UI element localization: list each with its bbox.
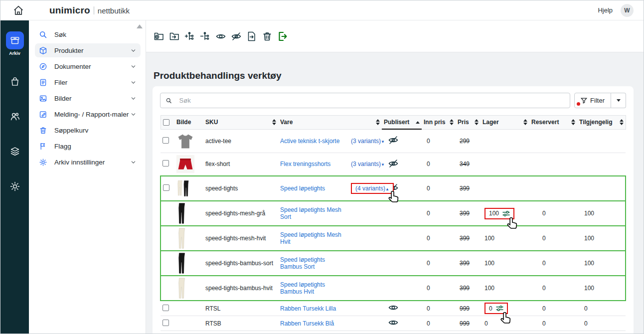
lager-value[interactable]: 100 bbox=[489, 210, 499, 217]
cell-publisert bbox=[382, 226, 422, 251]
cell-variants: (4 variants)▲ bbox=[349, 176, 382, 201]
product-link[interactable]: Speed løpetights Mesh Hvit bbox=[280, 231, 341, 245]
lager-value[interactable]: 0 bbox=[489, 305, 492, 312]
product-link[interactable]: Speed løpetights bbox=[280, 185, 325, 192]
variants-toggle[interactable]: (4 variants)▲ bbox=[355, 185, 389, 192]
sidebar-item-søk[interactable]: Søk bbox=[35, 27, 141, 41]
file-move-icon[interactable] bbox=[246, 31, 257, 42]
sliders-icon[interactable] bbox=[496, 305, 503, 312]
sidebar-item-søppelkurv[interactable]: Søppelkurv bbox=[35, 123, 141, 137]
column-label: Reservert bbox=[531, 119, 559, 126]
sidebar-scroll-up-icon[interactable] bbox=[137, 24, 143, 28]
row-checkbox[interactable] bbox=[162, 137, 169, 144]
trash-icon[interactable] bbox=[262, 31, 273, 42]
eye-icon[interactable] bbox=[388, 317, 399, 328]
cell-select[interactable] bbox=[161, 301, 174, 316]
rail-item-archive[interactable]: Arkiv bbox=[6, 31, 24, 56]
sidebar-item-arkiv-innstillinger[interactable]: Arkiv innstillinger bbox=[35, 155, 141, 169]
filter-button[interactable]: Filter bbox=[574, 93, 611, 108]
cell-lager: 100 bbox=[481, 276, 529, 301]
product-link[interactable]: Speed løpetights Bambus Sort bbox=[280, 256, 325, 270]
eye-off-icon[interactable] bbox=[231, 31, 242, 42]
product-link[interactable]: Flex treningsshorts bbox=[280, 161, 330, 167]
eye-off-icon[interactable] bbox=[388, 135, 399, 146]
sidebar-item-melding-rapport-maler[interactable]: Melding- / Rapport-maler bbox=[35, 107, 141, 121]
column-header-tilgjengelig[interactable]: Tilgjengelig bbox=[577, 116, 626, 130]
row-checkbox[interactable] bbox=[162, 160, 169, 167]
product-link[interactable]: Rabben Tursekk Blå bbox=[280, 320, 334, 327]
home-icon[interactable] bbox=[12, 4, 24, 16]
select-all-checkbox[interactable] bbox=[163, 119, 169, 126]
help-link[interactable]: Hjelp bbox=[598, 6, 613, 14]
cell-select[interactable] bbox=[161, 153, 174, 176]
variants-toggle[interactable]: (3 variants)▼ bbox=[351, 161, 385, 167]
column-header-pris[interactable]: Pris bbox=[456, 116, 481, 130]
column-label: Publisert bbox=[384, 119, 409, 126]
tree-remove-icon[interactable] bbox=[200, 31, 211, 42]
variants-toggle[interactable]: (3 variants)▼ bbox=[351, 138, 385, 145]
eye-off-icon[interactable] bbox=[388, 158, 399, 169]
chevron-down-icon bbox=[617, 99, 621, 102]
sidebar-item-filer[interactable]: Filer bbox=[35, 75, 141, 89]
cell-vare: Speed løpetights Mesh Hvit bbox=[278, 226, 349, 251]
eye-icon[interactable] bbox=[215, 31, 226, 42]
cell-bilde bbox=[174, 331, 203, 334]
select-all-header[interactable] bbox=[161, 116, 174, 130]
eye-icon[interactable] bbox=[388, 302, 399, 313]
sidebar-item-flagg[interactable]: Flagg bbox=[35, 139, 141, 153]
product-link[interactable]: Active teknisk t-skjorte bbox=[280, 138, 339, 145]
column-header-vare[interactable]: Vare bbox=[278, 116, 382, 130]
cell-select[interactable] bbox=[161, 129, 174, 153]
cell-inn-pris: 0 bbox=[422, 331, 456, 334]
row-checkbox[interactable] bbox=[162, 320, 169, 326]
product-link[interactable]: Speed løpetights Bambus Hvit bbox=[280, 281, 325, 295]
column-header-reservert[interactable]: Reservert bbox=[529, 116, 577, 130]
folder-move-icon[interactable] bbox=[169, 31, 180, 42]
avatar[interactable]: W bbox=[621, 4, 634, 17]
cell-bilde bbox=[174, 153, 203, 176]
sort-asc-icon bbox=[416, 121, 420, 124]
chevron-down-icon bbox=[130, 79, 137, 86]
sliders-icon[interactable] bbox=[502, 210, 510, 217]
sidebar-item-bilder[interactable]: Bilder bbox=[35, 91, 141, 105]
column-header-inn_pris[interactable]: Inn pris bbox=[422, 116, 456, 130]
cell-select bbox=[161, 251, 174, 276]
column-header-sku[interactable]: SKU bbox=[203, 116, 278, 130]
filter-dropdown-button[interactable] bbox=[611, 93, 626, 108]
product-tool-card: Filter BildeSKUVarePublisertInn prisPris… bbox=[153, 86, 634, 334]
cell-pris: 399 bbox=[456, 176, 481, 201]
folder-plus-icon[interactable] bbox=[154, 31, 164, 42]
column-label: Pris bbox=[458, 119, 469, 126]
rail-item-gear[interactable] bbox=[6, 177, 24, 195]
eye-icon[interactable] bbox=[388, 332, 399, 334]
tree-add-icon[interactable] bbox=[184, 31, 195, 42]
row-checkbox[interactable] bbox=[162, 305, 169, 311]
cell-select[interactable] bbox=[161, 176, 174, 201]
rail-item-layers[interactable] bbox=[6, 143, 24, 161]
cell-select[interactable] bbox=[161, 316, 174, 331]
cell-reservert bbox=[529, 153, 577, 176]
product-link[interactable]: Rabben Tursekk Lilla bbox=[280, 305, 336, 312]
chevron-down-icon bbox=[130, 63, 137, 70]
sidebar-item-produkter[interactable]: Produkter bbox=[35, 43, 141, 57]
search-input[interactable] bbox=[179, 97, 565, 104]
cell-tilgjengelig: 100 bbox=[577, 251, 626, 276]
cell-variants bbox=[349, 316, 382, 331]
rail-item-shopping-bag[interactable] bbox=[6, 73, 24, 91]
column-header-lager[interactable]: Lager bbox=[481, 116, 529, 130]
sidebar-item-dokumenter[interactable]: Dokumenter bbox=[35, 59, 141, 73]
sort-icon bbox=[620, 119, 624, 125]
product-link[interactable]: Speed løpetights Mesh Sort bbox=[280, 206, 341, 220]
cell-lager: 100 bbox=[481, 226, 529, 251]
cube-icon bbox=[39, 46, 47, 55]
sidebar-item-label: Bilder bbox=[54, 95, 130, 102]
row-checkbox[interactable] bbox=[163, 184, 169, 191]
chevron-down-icon bbox=[130, 159, 137, 166]
cell-select[interactable] bbox=[161, 331, 174, 334]
rail-item-users[interactable] bbox=[6, 108, 24, 126]
cell-publisert bbox=[382, 276, 422, 301]
top-header: unimicro nettbutikk Hjelp W bbox=[0, 0, 644, 20]
column-header-publisert[interactable]: Publisert bbox=[382, 116, 422, 130]
module-rail: Arkiv bbox=[0, 20, 29, 334]
export-icon[interactable] bbox=[277, 31, 288, 42]
